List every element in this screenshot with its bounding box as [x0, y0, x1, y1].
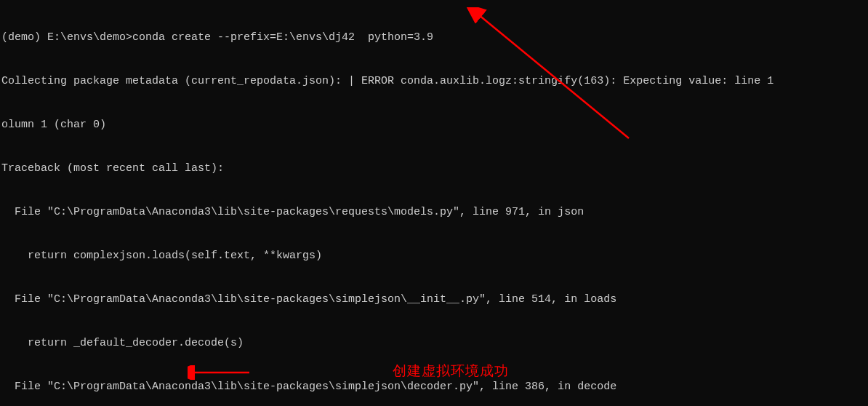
annotation-arrow-bottom — [188, 365, 253, 380]
terminal-line: File "C:\ProgramData\Anaconda3\lib\site-… — [1, 205, 868, 220]
terminal-line: olumn 1 (char 0) — [1, 118, 868, 132]
terminal-line: Traceback (most recent call last): — [1, 162, 868, 176]
terminal-line: (demo) E:\envs\demo>conda create --prefi… — [1, 31, 868, 45]
terminal-line: Collecting package metadata (current_rep… — [1, 74, 868, 89]
terminal-window[interactable]: (demo) E:\envs\demo>conda create --prefi… — [0, 0, 868, 406]
terminal-line: return complexjson.loads(self.text, **kw… — [1, 249, 868, 263]
terminal-line: File "C:\ProgramData\Anaconda3\lib\site-… — [1, 292, 868, 307]
terminal-line: File "C:\ProgramData\Anaconda3\lib\site-… — [1, 380, 868, 394]
annotation-text: 创建虚拟环境成功 — [393, 364, 509, 378]
terminal-line: return _default_decoder.decode(s) — [1, 336, 868, 351]
